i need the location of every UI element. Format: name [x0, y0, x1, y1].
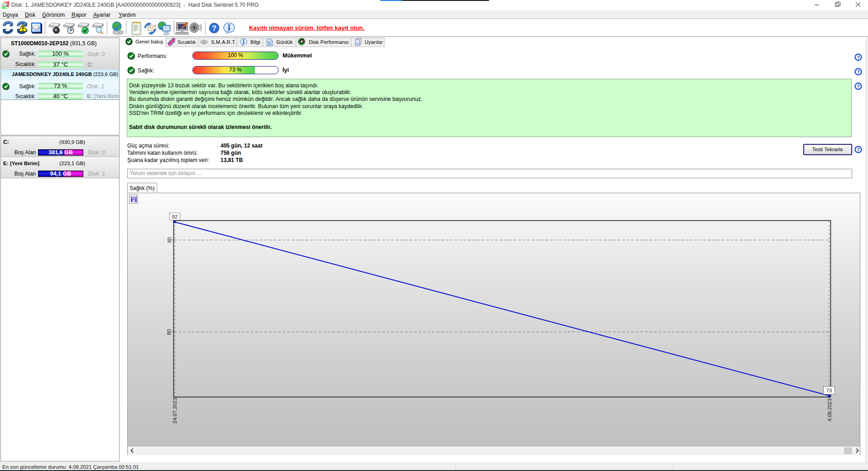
svg-text:73: 73: [826, 388, 832, 393]
svg-text:92: 92: [172, 214, 178, 219]
svg-text:80: 80: [166, 329, 172, 335]
svg-text:4.08.2021: 4.08.2021: [827, 398, 832, 421]
svg-text:90: 90: [167, 237, 172, 243]
svg-text:24.07.2021: 24.07.2021: [172, 397, 177, 423]
